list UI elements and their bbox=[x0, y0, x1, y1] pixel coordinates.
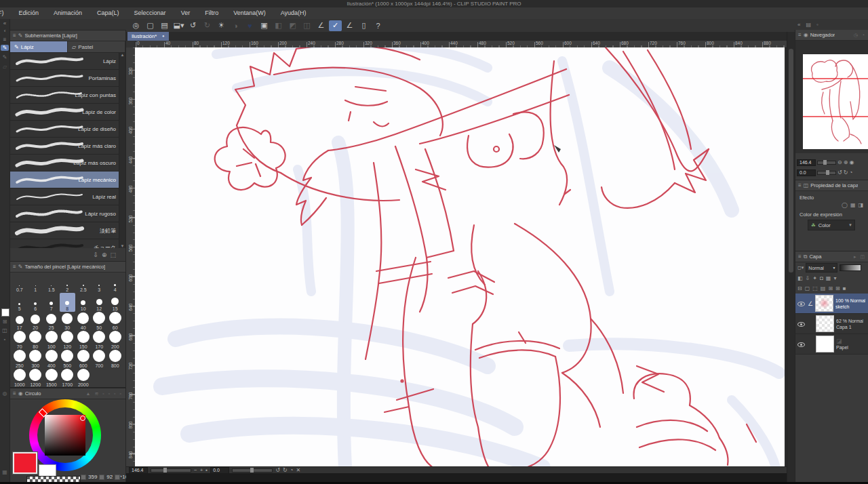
strip-wheel-icon[interactable]: ◍ bbox=[1, 390, 9, 397]
brush-size-2000[interactable]: 2000 bbox=[75, 369, 92, 388]
menu-item-capal[interactable]: Capa(L) bbox=[90, 7, 127, 19]
brush-item-1[interactable]: Portaminas bbox=[10, 70, 125, 87]
brush-size-80[interactable]: 80 bbox=[28, 331, 44, 350]
visibility-eye-icon[interactable] bbox=[797, 340, 806, 348]
brush-size-3[interactable]: 3 bbox=[92, 274, 108, 293]
pencil-tool-icon[interactable]: ✎ bbox=[1, 45, 9, 51]
fill-icon[interactable]: ◑ bbox=[229, 20, 242, 31]
effect-border-icon[interactable]: ◨ bbox=[858, 202, 863, 208]
layer-lock-alpha-icon[interactable]: ▦ bbox=[826, 275, 832, 281]
eraser-tool-icon[interactable]: ▱ bbox=[1, 64, 9, 70]
strip-grid-icon[interactable]: ⊞ bbox=[1, 319, 9, 325]
brush-size-2[interactable]: 2 bbox=[60, 274, 76, 293]
nav-zoom-out-icon[interactable]: ⊖ bbox=[837, 159, 842, 166]
color-mode-toggle-icon[interactable]: ◔ bbox=[119, 473, 122, 480]
redo-icon[interactable]: ↻ bbox=[201, 20, 214, 31]
brush-size-50[interactable]: 50 bbox=[92, 312, 108, 331]
selection-1-icon[interactable]: ◧ bbox=[272, 20, 285, 31]
brush-size-8[interactable]: 8 bbox=[60, 293, 76, 312]
brush-size-1700[interactable]: 1700 bbox=[60, 369, 76, 388]
brush-size-1500[interactable]: 1500 bbox=[43, 369, 60, 388]
navigator-zoom-slider[interactable] bbox=[817, 161, 836, 165]
document-tab-close-icon[interactable]: ● bbox=[162, 32, 165, 41]
strip-dot-icon[interactable]: • bbox=[1, 336, 9, 342]
visibility-eye-icon[interactable] bbox=[797, 320, 806, 328]
layer-clip-icon[interactable]: ⇩ bbox=[806, 275, 811, 281]
brush-size-1200[interactable]: 1200 bbox=[28, 369, 44, 388]
opacity-slider[interactable] bbox=[840, 264, 861, 271]
panel-menu-icon[interactable]: ≡ bbox=[798, 254, 802, 260]
canvas-viewport[interactable] bbox=[135, 47, 785, 466]
document-tab[interactable]: Ilustración* ● bbox=[127, 32, 169, 41]
brush-size-150[interactable]: 150 bbox=[75, 331, 92, 350]
effect-tone-icon[interactable]: ◯ bbox=[842, 202, 848, 208]
brush-size-500[interactable]: 500 bbox=[60, 350, 76, 369]
menu-item-animacin[interactable]: Animación bbox=[46, 7, 90, 19]
transfer-layer-icon[interactable]: ⊞ bbox=[828, 285, 833, 291]
visibility-eye-icon[interactable] bbox=[797, 300, 806, 308]
brush-size-30[interactable]: 30 bbox=[60, 312, 76, 331]
brush-pref-icon[interactable]: ◻▾ bbox=[797, 265, 804, 270]
layers-tab-icons[interactable]: ▸ ◫ bbox=[854, 254, 866, 260]
selection-2-icon[interactable]: ◩ bbox=[286, 20, 299, 31]
panel-menu-icon[interactable]: ≡ bbox=[798, 182, 802, 188]
clip-studio-logo-icon[interactable]: ◎ bbox=[130, 20, 142, 31]
nav-rotate-left-icon[interactable]: ↺ bbox=[837, 169, 842, 176]
layer-ref-icon[interactable]: ✦ bbox=[812, 275, 818, 281]
collapse-right-icon[interactable]: « bbox=[797, 22, 800, 28]
brush-size-200[interactable]: 200 bbox=[107, 331, 123, 350]
nav-reset-icon[interactable]: ◔ bbox=[849, 169, 852, 176]
tab-lápiz[interactable]: ✎Lápiz bbox=[10, 41, 68, 52]
brush-size-20[interactable]: 20 bbox=[28, 312, 44, 331]
brush-item-5[interactable]: Lápiz más claro bbox=[10, 138, 125, 155]
undo-icon[interactable]: ↺ bbox=[186, 20, 199, 31]
navigator-rotation-value[interactable]: 0.0 bbox=[797, 169, 816, 176]
layer-thumbnail[interactable] bbox=[816, 336, 834, 352]
brush-size-250[interactable]: 250 bbox=[12, 350, 28, 369]
brush-item-11[interactable]: チョーク bbox=[10, 239, 125, 248]
brush-size-25[interactable]: 25 bbox=[43, 312, 60, 331]
nav-zoom-in-icon[interactable]: ⊕ bbox=[844, 159, 848, 166]
brush-size-400[interactable]: 400 bbox=[43, 350, 60, 369]
layer-row-sketch[interactable]: ∠ 100 % Normal sketch bbox=[795, 294, 868, 314]
brush-size-5[interactable]: 5 bbox=[12, 293, 28, 312]
brush-size-2.5[interactable]: 2.5 bbox=[75, 274, 92, 293]
effect-screen-icon[interactable]: ▦ bbox=[850, 202, 856, 208]
collapse-left-icon[interactable]: « bbox=[1, 20, 9, 26]
new-vector-layer-icon[interactable]: ▢ bbox=[805, 285, 811, 291]
brush-item-7[interactable]: Lápiz mecánico bbox=[10, 172, 125, 188]
save-file-icon[interactable]: ⬓▾ bbox=[172, 20, 185, 31]
delete-subtool-icon[interactable]: ⬚ bbox=[110, 251, 116, 258]
brush-item-8[interactable]: Lápiz real bbox=[10, 188, 125, 205]
sv-marker[interactable] bbox=[80, 416, 85, 421]
brush-size-1[interactable]: 1 bbox=[28, 274, 44, 293]
right-panel-dot-icon[interactable]: ◦ bbox=[816, 22, 818, 28]
brush-item-10[interactable]: 淡鉛筆 bbox=[10, 222, 125, 239]
layer-lock-icon[interactable]: ◘ bbox=[820, 275, 824, 281]
layer-more-icon[interactable]: ▾ bbox=[833, 275, 837, 281]
strip-pattern-icon[interactable]: ▦ bbox=[1, 469, 9, 475]
brush-size-70[interactable]: 70 bbox=[12, 331, 28, 350]
brush-item-0[interactable]: Lápiz bbox=[10, 53, 125, 70]
foreground-color-swatch[interactable] bbox=[13, 452, 37, 474]
strip-menu-icon[interactable]: ≡ bbox=[1, 37, 9, 43]
brush-size-800[interactable]: 800 bbox=[107, 350, 123, 369]
sub-color-swatch[interactable] bbox=[1, 308, 9, 317]
delete-layer-icon[interactable]: ■ bbox=[843, 285, 847, 291]
folder-icon[interactable]: ▤ bbox=[821, 285, 827, 291]
navigator-thumbnail[interactable] bbox=[803, 54, 868, 149]
brush-size-6[interactable]: 6 bbox=[28, 293, 44, 312]
navigator-rotation-slider[interactable] bbox=[817, 171, 836, 175]
panel-menu-icon[interactable]: ≡ bbox=[798, 32, 802, 38]
clear-icon[interactable]: ☀ bbox=[215, 20, 228, 31]
layer-row-capa1[interactable]: 62 % Normal Capa 1 bbox=[795, 314, 868, 334]
layer-mask-icon[interactable]: ◧ bbox=[797, 275, 804, 281]
selection-3-icon[interactable]: ◫ bbox=[300, 20, 313, 31]
snap-ruler-icon[interactable]: ∠ bbox=[315, 20, 328, 31]
layer-row-papel[interactable]: ◪ Papel bbox=[795, 334, 868, 355]
shape-icon[interactable]: ♥ bbox=[243, 20, 256, 31]
brush-size-0.7[interactable]: 0.7 bbox=[12, 274, 28, 293]
brush-size-7[interactable]: 7 bbox=[43, 293, 60, 312]
help-icon[interactable]: ? bbox=[372, 20, 384, 31]
snap-grid-icon[interactable]: ∠ bbox=[343, 20, 356, 31]
